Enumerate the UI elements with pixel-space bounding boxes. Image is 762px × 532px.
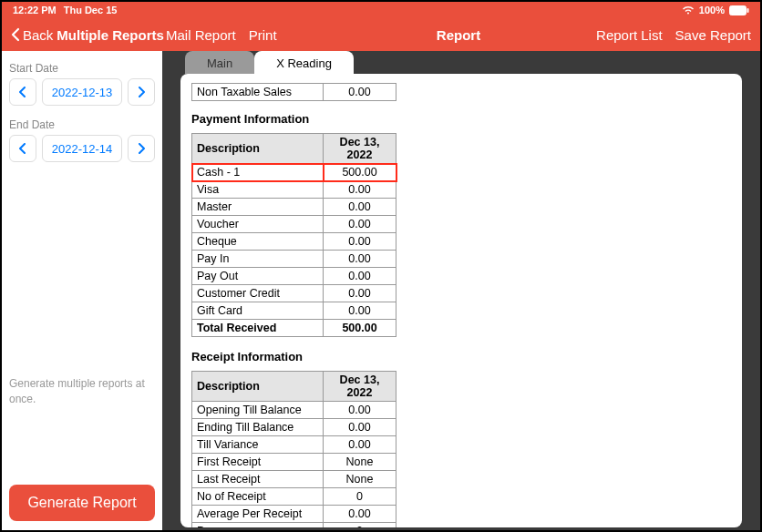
end-date-field[interactable]: 2022-12-14 — [42, 135, 122, 162]
back-button[interactable]: Back — [11, 27, 53, 43]
column-header: Description — [192, 372, 324, 402]
main-area: Main X Reading Non Taxable Sales0.00 Pay… — [162, 51, 760, 530]
table-row: First ReceiptNone — [192, 454, 396, 471]
start-date-next-button[interactable] — [128, 78, 155, 106]
end-date-label: End Date — [9, 118, 155, 131]
table-row: Pay In0.00 — [192, 251, 396, 268]
table-row: Cash - 1500.00 — [192, 164, 396, 181]
start-date-field[interactable]: 2022-12-13 — [42, 78, 122, 106]
table-row: Last ReceiptNone — [192, 471, 396, 488]
chevron-right-icon — [138, 87, 145, 97]
table-row: Visa0.00 — [192, 181, 396, 199]
status-time: 12:22 PM — [13, 5, 57, 15]
column-header: Dec 13, 2022 — [324, 372, 396, 402]
svg-rect-0 — [730, 5, 747, 15]
mail-report-button[interactable]: Mail Report — [166, 27, 236, 43]
table-row: Ending Till Balance0.00 — [192, 419, 396, 436]
non-taxable-table: Non Taxable Sales0.00 — [191, 83, 396, 101]
receipt-table: Description Dec 13, 2022 Opening Till Ba… — [191, 371, 396, 527]
end-date-next-button[interactable] — [128, 135, 155, 162]
table-row: Pay Out0.00 — [192, 268, 396, 285]
table-row: Average Per Receipt0.00 — [192, 506, 396, 523]
table-row: Master0.00 — [192, 199, 396, 216]
start-date-label: Start Date — [9, 62, 155, 75]
column-header: Dec 13, 2022 — [324, 134, 396, 164]
sidebar: Start Date 2022-12-13 End Date 2022-12-1… — [2, 51, 162, 530]
tab-x-reading[interactable]: X Reading — [254, 51, 354, 74]
status-bar: 12:22 PM Thu Dec 15 100% — [2, 2, 760, 18]
table-row: No of Receipt0 — [192, 488, 396, 506]
chevron-right-icon — [138, 143, 145, 154]
table-row: Cheque0.00 — [192, 233, 396, 251]
table-row: Voucher0.00 — [192, 216, 396, 233]
report-panel[interactable]: Non Taxable Sales0.00 Payment Informatio… — [180, 74, 742, 527]
receipt-info-title: Receipt Information — [191, 350, 731, 363]
table-row: Total Received500.00 — [192, 320, 396, 337]
hint-text: Generate multiple reports at once. — [9, 212, 155, 407]
page-title: Report — [437, 27, 480, 43]
sidebar-title: Multiple Reports — [57, 27, 164, 43]
generate-report-button[interactable]: Generate Report — [9, 485, 155, 521]
table-row: Gift Card0.00 — [192, 302, 396, 320]
payment-table: Description Dec 13, 2022 Cash - 1500.00V… — [191, 133, 396, 337]
table-row: Till Variance0.00 — [192, 436, 396, 454]
column-header: Description — [192, 134, 324, 164]
table-row: Non Taxable Sales0.00 — [192, 84, 396, 101]
chevron-left-icon — [11, 27, 20, 42]
print-button[interactable]: Print — [249, 27, 277, 43]
chevron-left-icon — [19, 87, 26, 97]
battery-percent: 100% — [699, 5, 725, 15]
report-list-button[interactable]: Report List — [596, 27, 663, 43]
end-date-prev-button[interactable] — [9, 135, 36, 162]
save-report-button[interactable]: Save Report — [675, 27, 751, 43]
status-date: Thu Dec 15 — [64, 5, 118, 15]
table-row: Customer Credit0.00 — [192, 285, 396, 302]
chevron-left-icon — [19, 143, 26, 154]
svg-rect-1 — [747, 8, 749, 13]
start-date-prev-button[interactable] — [9, 78, 36, 106]
nav-bar: Back Multiple Reports Mail Report Print … — [2, 18, 760, 51]
payment-info-title: Payment Information — [191, 112, 731, 126]
table-row: Pax0 — [192, 523, 396, 528]
wifi-icon — [682, 5, 695, 15]
tab-main[interactable]: Main — [185, 51, 254, 74]
battery-icon — [729, 5, 749, 15]
table-row: Opening Till Balance0.00 — [192, 402, 396, 419]
